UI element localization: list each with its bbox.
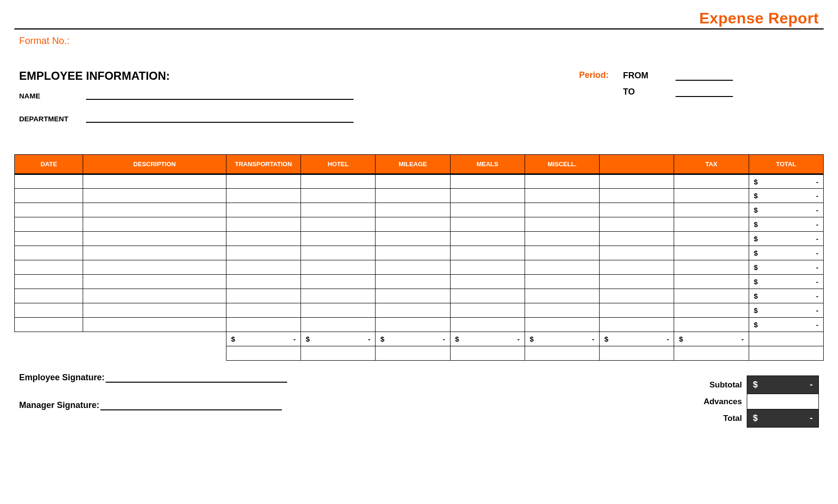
data-cell[interactable] <box>674 318 749 332</box>
data-cell[interactable] <box>600 174 674 189</box>
data-cell[interactable] <box>15 217 83 232</box>
data-cell[interactable] <box>674 275 749 289</box>
data-cell[interactable] <box>450 318 525 332</box>
data-cell[interactable] <box>600 260 674 275</box>
data-cell[interactable] <box>83 275 226 289</box>
data-cell[interactable] <box>600 318 674 332</box>
data-cell[interactable] <box>450 246 525 260</box>
advances-value[interactable] <box>747 394 819 409</box>
data-cell[interactable] <box>450 203 525 217</box>
data-cell[interactable] <box>301 318 376 332</box>
data-cell[interactable] <box>226 203 301 217</box>
data-cell[interactable] <box>525 174 599 189</box>
data-cell[interactable] <box>525 217 599 232</box>
data-cell[interactable] <box>525 318 599 332</box>
data-cell[interactable] <box>600 303 674 318</box>
period-to-input-line[interactable] <box>676 86 733 97</box>
data-cell[interactable] <box>600 203 674 217</box>
data-cell[interactable] <box>450 275 525 289</box>
data-cell[interactable] <box>376 275 450 289</box>
data-cell[interactable] <box>450 303 525 318</box>
data-cell[interactable] <box>301 303 376 318</box>
data-cell[interactable] <box>674 303 749 318</box>
data-cell[interactable] <box>226 232 301 246</box>
data-cell[interactable] <box>226 275 301 289</box>
data-cell[interactable] <box>226 217 301 232</box>
data-cell[interactable] <box>15 232 83 246</box>
data-cell[interactable] <box>600 189 674 203</box>
data-cell[interactable] <box>376 203 450 217</box>
data-cell[interactable] <box>301 189 376 203</box>
data-cell[interactable] <box>525 289 599 303</box>
data-cell[interactable] <box>301 275 376 289</box>
data-cell[interactable] <box>226 174 301 189</box>
data-cell[interactable] <box>376 318 450 332</box>
data-cell[interactable] <box>600 217 674 232</box>
data-cell[interactable] <box>376 289 450 303</box>
data-cell[interactable] <box>15 260 83 275</box>
data-cell[interactable] <box>376 189 450 203</box>
data-cell[interactable] <box>83 189 226 203</box>
data-cell[interactable] <box>674 189 749 203</box>
data-cell[interactable] <box>376 232 450 246</box>
data-cell[interactable] <box>450 174 525 189</box>
period-from-input-line[interactable] <box>676 70 733 81</box>
data-cell[interactable] <box>376 246 450 260</box>
data-cell[interactable] <box>83 260 226 275</box>
data-cell[interactable] <box>83 303 226 318</box>
data-cell[interactable] <box>525 275 599 289</box>
data-cell[interactable] <box>226 289 301 303</box>
data-cell[interactable] <box>376 260 450 275</box>
data-cell[interactable] <box>525 246 599 260</box>
data-cell[interactable] <box>600 232 674 246</box>
data-cell[interactable] <box>15 203 83 217</box>
data-cell[interactable] <box>301 260 376 275</box>
data-cell[interactable] <box>83 203 226 217</box>
department-input-line[interactable] <box>86 112 354 123</box>
data-cell[interactable] <box>525 303 599 318</box>
data-cell[interactable] <box>450 260 525 275</box>
data-cell[interactable] <box>83 232 226 246</box>
data-cell[interactable] <box>525 189 599 203</box>
data-cell[interactable] <box>450 232 525 246</box>
data-cell[interactable] <box>674 260 749 275</box>
data-cell[interactable] <box>600 246 674 260</box>
data-cell[interactable] <box>376 303 450 318</box>
data-cell[interactable] <box>301 203 376 217</box>
data-cell[interactable] <box>226 260 301 275</box>
data-cell[interactable] <box>15 289 83 303</box>
data-cell[interactable] <box>600 275 674 289</box>
data-cell[interactable] <box>83 217 226 232</box>
data-cell[interactable] <box>15 174 83 189</box>
data-cell[interactable] <box>674 232 749 246</box>
data-cell[interactable] <box>301 217 376 232</box>
data-cell[interactable] <box>83 289 226 303</box>
data-cell[interactable] <box>450 289 525 303</box>
data-cell[interactable] <box>15 318 83 332</box>
name-input-line[interactable] <box>86 89 354 100</box>
data-cell[interactable] <box>15 275 83 289</box>
data-cell[interactable] <box>226 246 301 260</box>
data-cell[interactable] <box>674 289 749 303</box>
data-cell[interactable] <box>376 217 450 232</box>
data-cell[interactable] <box>226 303 301 318</box>
data-cell[interactable] <box>15 246 83 260</box>
data-cell[interactable] <box>83 318 226 332</box>
data-cell[interactable] <box>83 174 226 189</box>
data-cell[interactable] <box>450 217 525 232</box>
data-cell[interactable] <box>301 232 376 246</box>
manager-signature-line[interactable] <box>100 400 282 410</box>
data-cell[interactable] <box>525 232 599 246</box>
data-cell[interactable] <box>674 203 749 217</box>
data-cell[interactable] <box>525 203 599 217</box>
data-cell[interactable] <box>83 246 226 260</box>
data-cell[interactable] <box>674 217 749 232</box>
data-cell[interactable] <box>525 260 599 275</box>
data-cell[interactable] <box>376 174 450 189</box>
data-cell[interactable] <box>674 246 749 260</box>
data-cell[interactable] <box>301 289 376 303</box>
data-cell[interactable] <box>301 174 376 189</box>
data-cell[interactable] <box>226 189 301 203</box>
employee-signature-line[interactable] <box>106 372 287 383</box>
data-cell[interactable] <box>301 246 376 260</box>
